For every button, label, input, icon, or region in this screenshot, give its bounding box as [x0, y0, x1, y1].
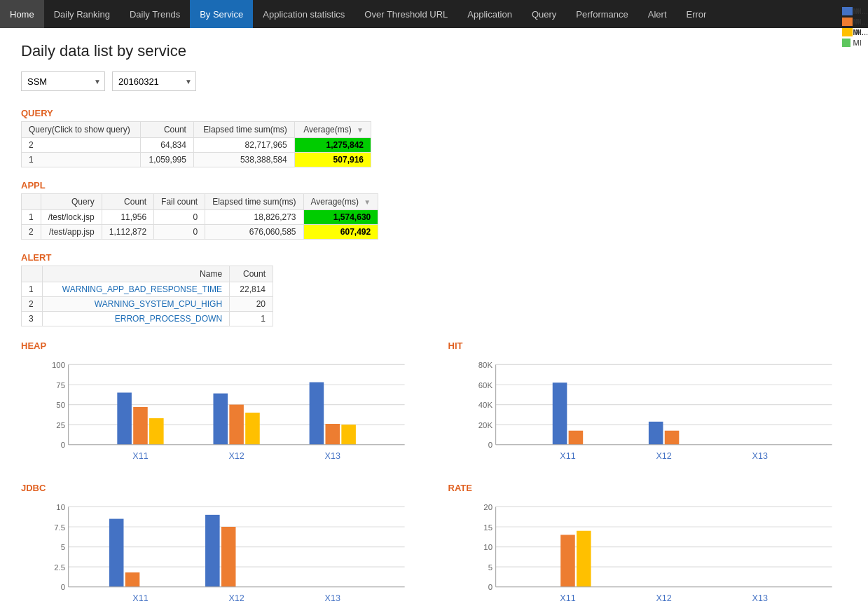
table-row[interactable]: 1 1,059,995 538,388,584 507,916: [22, 153, 371, 167]
appl-cell-count: 11,956: [102, 210, 153, 225]
svg-rect-35: [568, 431, 583, 445]
hit-chart-title: HIT: [448, 340, 848, 351]
table-row[interactable]: 1 WARNING_APP_BAD_RESPONSE_TIME 22,814: [22, 282, 273, 297]
nav-item-daily-ranking[interactable]: Daily Ranking: [44, 0, 120, 28]
svg-text:5: 5: [61, 543, 65, 551]
controls-row: SSM 20160321: [21, 71, 847, 91]
svg-text:15: 15: [483, 523, 492, 532]
appl-col-query: Query: [41, 194, 102, 210]
hit-chart-block: HIT 020K40K60K80KX11X12X13 M...M...: [448, 340, 848, 469]
svg-text:50: 50: [56, 401, 65, 409]
main-content: Daily data list by service SSM 20160321 …: [0, 28, 868, 613]
rate-chart-svg: 05101520X11X12X13: [448, 499, 848, 611]
svg-rect-56: [205, 515, 220, 587]
svg-text:5: 5: [488, 563, 492, 572]
service-select-wrap: SSM: [21, 71, 105, 91]
appl-col-elapsed: Elapsed time sum(ms): [205, 194, 303, 210]
legend-item: MI: [842, 39, 868, 47]
svg-rect-37: [648, 422, 663, 445]
svg-text:75: 75: [56, 381, 65, 390]
query-cell-count: 64,834: [140, 138, 193, 153]
legend-label: M...: [855, 7, 868, 15]
svg-rect-54: [125, 572, 140, 587]
svg-text:X11: X11: [132, 451, 148, 461]
svg-rect-72: [560, 535, 575, 586]
svg-rect-10: [117, 392, 132, 444]
appl-cell-elapsed: 18,826,273: [205, 210, 303, 225]
alert-col-num: [22, 266, 43, 282]
appl-cell-num: 1: [22, 210, 41, 225]
svg-rect-12: [149, 418, 164, 445]
legend-color: [842, 39, 850, 47]
svg-text:10: 10: [483, 543, 492, 551]
nav-item-by-service[interactable]: By Service: [190, 0, 253, 28]
nav-item-daily-trends[interactable]: Daily Trends: [120, 0, 190, 28]
svg-text:60K: 60K: [478, 381, 492, 390]
svg-rect-11: [133, 407, 148, 445]
query-cell-count: 1,059,995: [140, 153, 193, 167]
appl-cell-num: 2: [22, 225, 41, 240]
appl-col-num: [22, 194, 41, 210]
table-row[interactable]: 3 ERROR_PROCESS_DOWN 1: [22, 312, 273, 326]
svg-text:X12: X12: [228, 451, 244, 461]
svg-text:25: 25: [56, 421, 65, 429]
nav-item-application-statistics[interactable]: Application statistics: [253, 0, 354, 28]
svg-rect-19: [325, 424, 340, 445]
table-row[interactable]: 1 /test/lock.jsp 11,956 0 18,826,273 1,5…: [22, 210, 378, 225]
svg-text:0: 0: [61, 583, 65, 591]
nav-item-over-threshold-url[interactable]: Over Threshold URL: [354, 0, 457, 28]
svg-text:7.5: 7.5: [54, 523, 65, 532]
date-select[interactable]: 20160321: [112, 71, 196, 91]
query-col-query: Query(Click to show query): [22, 122, 141, 138]
legend-item: M...: [844, 18, 868, 26]
table-row[interactable]: 2 /test/app.jsp 1,112,872 0 676,060,585 …: [22, 225, 378, 240]
jdbc-chart-title: JDBC: [21, 483, 420, 493]
alert-cell-num: 1: [22, 282, 43, 297]
svg-text:X13: X13: [325, 451, 340, 461]
alert-link[interactable]: WARNING_APP_BAD_RESPONSE_TIME: [62, 284, 222, 294]
service-select[interactable]: SSM: [21, 71, 105, 91]
alert-cell-name: WARNING_APP_BAD_RESPONSE_TIME: [42, 282, 229, 297]
svg-text:20: 20: [483, 503, 492, 511]
svg-rect-15: [229, 405, 244, 445]
nav-item-application[interactable]: Application: [457, 0, 522, 28]
query-col-count: Count: [140, 122, 193, 138]
appl-cell-avg: 607,492: [303, 225, 378, 240]
svg-text:40K: 40K: [478, 401, 492, 409]
alert-cell-count: 1: [230, 312, 273, 326]
page-title: Daily data list by service: [21, 42, 847, 60]
alert-link[interactable]: WARNING_SYSTEM_CPU_HIGH: [95, 299, 222, 309]
query-col-elapsed: Elapsed time sum(ms): [193, 122, 294, 138]
svg-rect-38: [664, 431, 679, 445]
appl-cell-count: 1,112,872: [102, 225, 153, 240]
legend-label: MI: [853, 39, 862, 47]
charts-row-1: HEAP 0255075100X11X12X13 M...M...MI... H…: [21, 340, 847, 469]
appl-col-count: Count: [102, 194, 153, 210]
nav-item-error[interactable]: Error: [677, 0, 717, 28]
svg-rect-53: [109, 519, 124, 587]
query-cell-elapsed: 538,388,584: [193, 153, 294, 167]
query-cell-elapsed: 82,717,965: [193, 138, 294, 153]
appl-col-avg: Average(ms) ▼: [303, 194, 378, 210]
svg-rect-14: [213, 394, 228, 445]
alert-link[interactable]: ERROR_PROCESS_DOWN: [115, 314, 222, 324]
table-row[interactable]: 2 WARNING_SYSTEM_CPU_HIGH 20: [22, 297, 273, 312]
svg-text:X12: X12: [656, 593, 671, 603]
jdbc-chart-svg: 02.557.510X11X12X13: [21, 499, 420, 611]
nav-item-performance[interactable]: Performance: [566, 0, 638, 28]
nav-item-alert[interactable]: Alert: [638, 0, 677, 28]
table-row[interactable]: 2 64,834 82,717,965 1,275,842: [22, 138, 371, 153]
alert-col-count: Count: [230, 266, 273, 282]
query-section-label: QUERY: [21, 108, 847, 118]
alert-cell-count: 20: [230, 297, 273, 312]
svg-rect-57: [221, 527, 236, 587]
main-nav: HomeDaily RankingDaily TrendsBy ServiceA…: [0, 0, 868, 28]
alert-cell-name: WARNING_SYSTEM_CPU_HIGH: [42, 297, 229, 312]
query-table: Query(Click to show query) Count Elapsed…: [21, 121, 371, 167]
query-cell-num: 1: [22, 153, 141, 167]
appl-cell-avg: 1,574,630: [303, 210, 378, 225]
date-select-wrap: 20160321: [112, 71, 196, 91]
svg-text:X13: X13: [752, 451, 767, 461]
nav-item-home[interactable]: Home: [0, 0, 44, 28]
nav-item-query[interactable]: Query: [522, 0, 566, 28]
